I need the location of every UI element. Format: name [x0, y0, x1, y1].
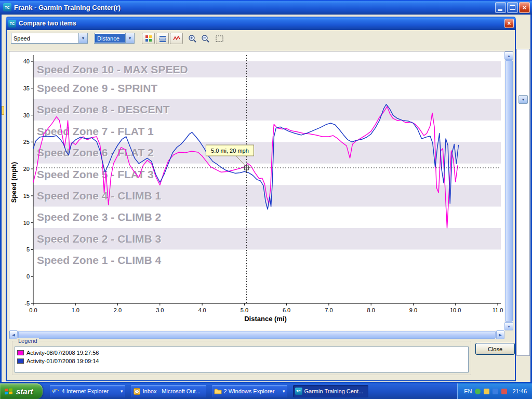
legend-groupbox: Legend Activity-08/07/2008 19:27:56 Acti…: [12, 341, 471, 375]
minimize-icon: [498, 9, 502, 11]
chevron-down-icon[interactable]: ▼: [518, 95, 528, 104]
series-color-chip: [17, 358, 24, 364]
stacked-view-button[interactable]: [156, 33, 169, 44]
speed-zone-label: Speed Zone 6 - FLAT 2: [37, 147, 154, 158]
y-tick-label: 35: [23, 85, 30, 91]
main-window-body: ▼ TC Compare two items × Speed ▼ Distan: [0, 15, 532, 383]
chevron-down-icon[interactable]: ▼: [125, 33, 134, 43]
scroll-down-icon[interactable]: ▼: [504, 322, 513, 330]
speed-zone-label: Speed Zone 10 - MAX SPEED: [37, 63, 188, 75]
start-button[interactable]: start: [0, 383, 43, 399]
y-tick-label: 5: [26, 246, 30, 252]
dialog-body: Speed ▼ Distance ▼: [6, 30, 516, 381]
taskbar-item-internet-explorer[interactable]: e 4 Internet Explorer ▾: [50, 385, 125, 397]
series-color-chip: [17, 350, 24, 355]
y-tick-label: 15: [23, 193, 30, 199]
tray-status-icon-4[interactable]: [501, 389, 507, 394]
dialog-titlebar[interactable]: TC Compare two items ×: [6, 17, 516, 30]
x-tick-label: 7.0: [325, 307, 332, 313]
x-tick-label: 1.0: [72, 307, 79, 313]
tray-status-icon-3[interactable]: [493, 389, 498, 394]
group-chevron-icon[interactable]: ▾: [283, 389, 285, 394]
chevron-down-icon[interactable]: ▼: [78, 33, 87, 43]
x-tick-label: 3.0: [156, 307, 164, 313]
tooltip-text: 5.0 mi, 20 mph: [211, 148, 249, 154]
vertical-scroll-thumb[interactable]: [505, 60, 513, 322]
legend-list: Activity-08/07/2008 19:27:56 Activity-01…: [15, 347, 469, 373]
close-window-button[interactable]: ×: [519, 2, 530, 13]
speed-zone-label: Speed Zone 3 - CLIMB 2: [37, 211, 161, 223]
background-folder-fragment: [2, 106, 4, 115]
y-tick-label: 0: [26, 273, 30, 280]
folder-icon: [214, 388, 222, 395]
legend-item-label: Activity-08/07/2008 19:27:56: [26, 350, 99, 356]
outlook-icon: [133, 388, 141, 395]
x-tick-label: 6.0: [283, 307, 290, 313]
overlay-chart-button[interactable]: [170, 33, 183, 44]
y-tick-label: 10: [23, 220, 30, 226]
scroll-right-icon[interactable]: ▶: [496, 330, 504, 339]
taskbar-clock: 21:46: [512, 388, 527, 394]
taskbar-item-windows-explorer[interactable]: 2 Windows Explorer ▾: [212, 385, 287, 397]
taskbar-item-garmin-training-center[interactable]: TC Garmin Training Cent...: [293, 385, 368, 397]
dialog-icon: TC: [8, 20, 16, 28]
y-axis-title: Speed (mph): [10, 162, 18, 203]
taskbar-item-label: Garmin Training Cent...: [304, 388, 366, 394]
x-tick-label: 0.0: [29, 307, 37, 313]
internet-explorer-icon: e: [52, 388, 60, 395]
minimize-button[interactable]: [495, 2, 506, 13]
y-tick-label: 30: [23, 112, 30, 118]
tray-status-icon-2[interactable]: [484, 389, 489, 394]
main-window-titlebar[interactable]: TC Frank - Garmin Training Center(r) ×: [0, 0, 532, 15]
chart-panel: Speed Zone 10 - MAX SPEEDSpeed Zone 10 -…: [9, 51, 513, 339]
tiled-view-button[interactable]: [142, 33, 155, 44]
metric-combobox[interactable]: Speed ▼: [11, 33, 88, 44]
x-tick-label: 8.0: [367, 307, 375, 313]
start-button-label: start: [16, 387, 33, 396]
background-panel: ▼: [516, 49, 530, 356]
task-items: e 4 Internet Explorer ▾ Inbox - Microsof…: [50, 385, 458, 397]
legend-item-label: Activity-01/07/2008 19:09:14: [26, 358, 99, 364]
metric-combobox-value: Speed: [11, 33, 78, 43]
svg-text:e: e: [53, 388, 56, 395]
tiled-view-icon: [145, 35, 152, 42]
xaxis-combobox[interactable]: Distance ▼: [94, 33, 135, 44]
taskbar-item-label: 4 Internet Explorer: [62, 388, 118, 394]
zoom-in-icon: [188, 34, 197, 43]
zoom-in-button[interactable]: [187, 33, 198, 44]
close-dialog-button[interactable]: ×: [504, 19, 514, 28]
chart-horizontal-scrollbar[interactable]: ◀ ▶: [9, 330, 504, 339]
speed-zone-label: Speed Zone 7 - FLAT 1: [37, 125, 154, 137]
garmin-tc-icon: TC: [295, 388, 302, 395]
chart-vertical-scrollbar[interactable]: ▲ ▼: [504, 51, 513, 330]
legend-caption: Legend: [17, 338, 39, 344]
speed-zone-label: Speed Zone 4 - CLIMB 1: [37, 190, 162, 202]
xaxis-combobox-value: Distance: [95, 34, 125, 43]
speed-comparison-chart[interactable]: Speed Zone 10 - MAX SPEEDSpeed Zone 10 -…: [9, 51, 504, 330]
taskbar: start e 4 Internet Explorer ▾ Inbox - Mi…: [0, 383, 532, 399]
y-tick-label: 20: [23, 166, 30, 172]
x-tick-label: 9.0: [409, 307, 417, 313]
zoom-selection-button[interactable]: [214, 33, 225, 44]
windows-logo-icon: [4, 388, 14, 395]
system-tray: EN 21:46: [457, 383, 532, 399]
x-tick-label: 5.0: [241, 307, 248, 313]
legend-item: Activity-08/07/2008 19:27:56: [17, 349, 466, 357]
language-indicator[interactable]: EN: [464, 388, 472, 394]
desktop: TC Frank - Garmin Training Center(r) × ▼…: [0, 0, 532, 399]
restore-icon: [510, 5, 515, 10]
zoom-out-button[interactable]: [200, 33, 211, 44]
close-button[interactable]: Close: [475, 343, 515, 355]
taskbar-item-outlook[interactable]: Inbox - Microsoft Out...: [131, 385, 206, 397]
restore-button[interactable]: [507, 2, 518, 13]
x-tick-label: 11.0: [493, 307, 503, 313]
group-chevron-icon[interactable]: ▾: [121, 389, 123, 394]
zoom-out-icon: [201, 34, 210, 43]
scrollbar-corner: [504, 330, 513, 339]
app-icon: TC: [3, 3, 11, 11]
scroll-up-icon[interactable]: ▲: [504, 51, 513, 60]
tray-status-icon-1[interactable]: [475, 389, 481, 394]
garmin-training-center-window: TC Frank - Garmin Training Center(r) × ▼…: [0, 0, 532, 383]
speed-zone-label: Speed Zone 9 - SPRINT: [37, 82, 157, 94]
horizontal-scroll-thumb[interactable]: [18, 331, 496, 339]
